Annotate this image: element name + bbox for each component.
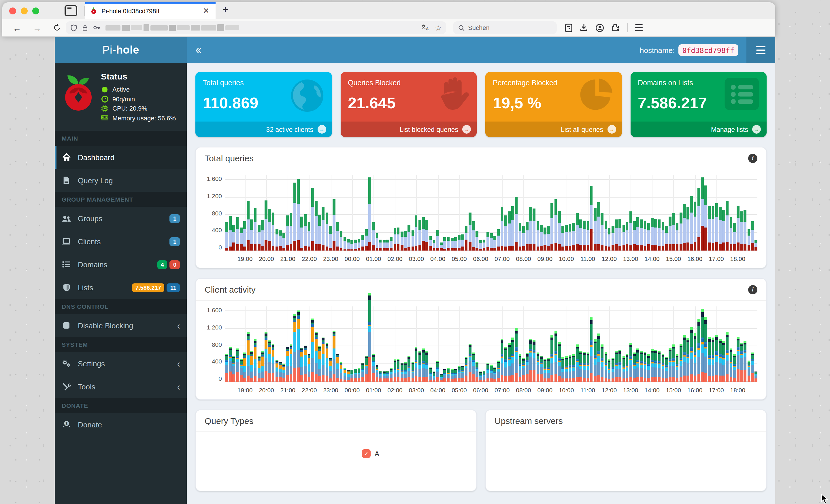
extension-icon[interactable] — [565, 23, 572, 32]
stacked-bar[interactable] — [533, 208, 536, 250]
stacked-bar[interactable] — [733, 355, 736, 382]
stacked-bar[interactable] — [626, 354, 629, 382]
stacked-bar[interactable] — [569, 224, 571, 250]
stacked-bar[interactable] — [433, 240, 436, 250]
stacked-bar[interactable] — [530, 338, 532, 382]
stacked-bar[interactable] — [240, 359, 243, 382]
sidebar-collapse-button[interactable]: « — [195, 44, 201, 57]
stacked-bar[interactable] — [755, 371, 757, 382]
info-icon[interactable]: i — [748, 285, 757, 294]
stacked-bar[interactable] — [565, 225, 568, 250]
stacked-bar[interactable] — [515, 197, 518, 250]
stacked-bar[interactable] — [379, 240, 382, 250]
stacked-bar[interactable] — [454, 369, 457, 382]
stacked-bar[interactable] — [268, 209, 271, 250]
app-menu-icon[interactable] — [746, 37, 775, 63]
new-tab-button[interactable]: + — [222, 4, 228, 15]
stacked-bar[interactable] — [590, 186, 593, 250]
stacked-bar[interactable] — [426, 220, 428, 250]
stacked-bar[interactable] — [690, 196, 693, 250]
stacked-bar[interactable] — [254, 208, 256, 250]
stacked-bar[interactable] — [647, 355, 650, 382]
stacked-bar[interactable] — [390, 237, 392, 250]
reload-icon[interactable] — [53, 24, 61, 32]
stacked-bar[interactable] — [354, 240, 357, 251]
back-button[interactable]: ← — [13, 23, 21, 33]
stacked-bar[interactable] — [469, 344, 471, 382]
stacked-bar[interactable] — [526, 222, 528, 250]
chart-plot-area[interactable] — [225, 175, 757, 250]
stacked-bar[interactable] — [479, 240, 482, 250]
stacked-bar[interactable] — [325, 212, 328, 251]
stacked-bar[interactable] — [722, 341, 725, 382]
stacked-bar[interactable] — [676, 355, 678, 382]
stacked-bar[interactable] — [426, 351, 428, 382]
stacked-bar[interactable] — [751, 221, 754, 250]
stacked-bar[interactable] — [297, 179, 299, 250]
stacked-bar[interactable] — [250, 220, 253, 250]
stacked-bar[interactable] — [687, 206, 689, 250]
stacked-bar[interactable] — [490, 365, 492, 382]
stacked-bar[interactable] — [383, 371, 385, 382]
stacked-bar[interactable] — [247, 201, 249, 250]
stacked-bar[interactable] — [576, 213, 578, 250]
stacked-bar[interactable] — [290, 213, 292, 250]
stacked-bar[interactable] — [562, 226, 564, 250]
stacked-bar[interactable] — [379, 371, 382, 382]
stacked-bar[interactable] — [279, 230, 282, 250]
stacked-bar[interactable] — [586, 221, 589, 250]
stacked-bar[interactable] — [272, 344, 274, 382]
stacked-bar[interactable] — [354, 368, 357, 382]
stacked-bar[interactable] — [711, 206, 714, 250]
stacked-bar[interactable] — [286, 215, 289, 250]
stacked-bar[interactable] — [665, 357, 668, 382]
stacked-bar[interactable] — [694, 202, 696, 251]
stacked-bar[interactable] — [501, 207, 503, 250]
stacked-bar[interactable] — [343, 237, 346, 250]
stacked-bar[interactable] — [747, 361, 750, 382]
stacked-bar[interactable] — [562, 357, 564, 382]
stacked-bar[interactable] — [418, 351, 421, 382]
stacked-bar[interactable] — [451, 369, 453, 382]
stacked-bar[interactable] — [586, 352, 589, 382]
stacked-bar[interactable] — [315, 332, 317, 382]
stacked-bar[interactable] — [676, 223, 678, 251]
stacked-bar[interactable] — [444, 237, 446, 250]
stacked-bar[interactable] — [472, 221, 475, 250]
stacked-bar[interactable] — [729, 217, 732, 250]
stacked-bar[interactable] — [486, 363, 489, 382]
stacked-bar[interactable] — [401, 232, 403, 250]
stacked-bar[interactable] — [662, 222, 664, 250]
stacked-bar[interactable] — [740, 343, 743, 382]
stacked-bar[interactable] — [597, 334, 600, 382]
stacked-bar[interactable] — [476, 362, 478, 382]
stacked-bar[interactable] — [264, 332, 267, 382]
downloads-icon[interactable] — [580, 24, 588, 32]
stacked-bar[interactable] — [704, 317, 707, 382]
browser-menu-icon[interactable] — [635, 25, 643, 31]
stacked-bar[interactable] — [679, 344, 682, 382]
stacked-bar[interactable] — [708, 206, 711, 250]
stacked-bar[interactable] — [390, 368, 392, 382]
stacked-bar[interactable] — [243, 221, 246, 250]
stacked-bar[interactable] — [440, 242, 442, 250]
sidebar-item-lists[interactable]: Lists7.586.21711 — [55, 276, 187, 299]
stacked-bar[interactable] — [365, 229, 368, 250]
stacked-bar[interactable] — [258, 225, 260, 250]
stacked-bar[interactable] — [518, 355, 521, 382]
stacked-bar[interactable] — [622, 356, 625, 382]
minimize-window-button[interactable] — [21, 7, 28, 14]
stacked-bar[interactable] — [479, 372, 482, 382]
stacked-bar[interactable] — [640, 220, 643, 250]
stacked-bar[interactable] — [236, 349, 238, 382]
stacked-bar[interactable] — [361, 235, 364, 250]
stacked-bar[interactable] — [229, 216, 231, 250]
stacked-bar[interactable] — [483, 240, 485, 250]
info-icon[interactable]: i — [748, 154, 757, 163]
stacked-bar[interactable] — [611, 226, 614, 250]
stacked-bar[interactable] — [633, 221, 635, 250]
stacked-bar[interactable] — [512, 338, 514, 382]
stacked-bar[interactable] — [569, 356, 571, 382]
client-activity-chart[interactable]: 1.6001.200800400019:0020:0021:0022:0023:… — [204, 306, 757, 396]
pihole-logo[interactable]: Pi-hole — [55, 37, 187, 63]
